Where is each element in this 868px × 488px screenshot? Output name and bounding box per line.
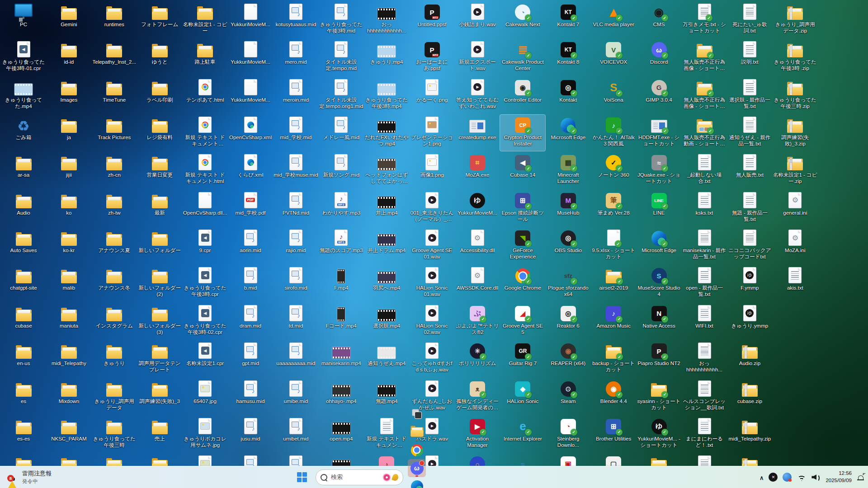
- desktop-icon[interactable]: ◀ 名称未設定1.cpr: [183, 341, 228, 377]
- desktop-icon[interactable]: ♪ PVTNd.mid: [273, 190, 318, 226]
- search-box[interactable]: 検索: [316, 469, 403, 485]
- desktop-icon[interactable]: TimeTune: [92, 77, 137, 113]
- desktop-icon[interactable]: PNT2 おーばーまにあ.ppsf: [410, 39, 455, 75]
- desktop-icon[interactable]: 路上駐車: [183, 39, 228, 75]
- desktop-icon[interactable]: ar-sa: [1, 152, 46, 188]
- desktop-icon[interactable]: 死にたい_ゅ歌詞.txt: [727, 2, 772, 38]
- desktop-icon[interactable]: ◎✓ Kontakt: [546, 77, 591, 113]
- desktop-icon[interactable]: ◢✓ Groove Agent SE 5: [500, 303, 545, 339]
- desktop-icon[interactable]: PC: [1, 2, 46, 38]
- taskbar-discord[interactable]: ω: [408, 459, 426, 477]
- desktop-icon[interactable]: 選択肢.mp4: [364, 303, 409, 339]
- desktop-icon[interactable]: GR✓ Guitar Rig 7: [500, 341, 545, 377]
- desktop-icon[interactable]: きゅうり食ってた.mp4: [1, 77, 46, 113]
- desktop-icon[interactable]: Audio.zip: [727, 341, 772, 377]
- desktop-icon[interactable]: YukkuriMovieM...: [228, 39, 273, 75]
- desktop-icon[interactable]: ◀ きゅうり食ってた午後3時.cpr: [183, 265, 228, 301]
- desktop-icon[interactable]: かるーく.png: [410, 77, 455, 113]
- desktop-icon[interactable]: きゅうり食ってた午後3時.mp4: [364, 77, 409, 113]
- desktop-icon[interactable]: 名称未設定1 - コピー.zip: [773, 152, 818, 188]
- hidden-icons-chevron[interactable]: ∧: [760, 474, 764, 481]
- desktop-icon[interactable]: chatgpt-site: [1, 265, 46, 301]
- desktop-icon[interactable]: open.mp4: [319, 416, 364, 452]
- desktop-icon[interactable]: 新しいフォルダー (3): [137, 303, 182, 339]
- desktop-icon[interactable]: ⊞✓ Epson 接続診断ツール: [500, 190, 545, 226]
- desktop-icon[interactable]: テンポあて.html: [183, 77, 228, 113]
- desktop-icon[interactable]: 羽尻へ.mp4: [364, 265, 409, 301]
- desktop-icon[interactable]: ✓ HDDFMT.exe - ショートカット: [637, 115, 682, 151]
- desktop-icon[interactable]: ♪ sirofo.mid: [273, 265, 318, 301]
- desktop-icon[interactable]: runtimes: [92, 2, 137, 38]
- desktop-icon[interactable]: cubase: [1, 303, 46, 339]
- desktop-icon[interactable]: ♪ gpt.mid: [228, 341, 273, 377]
- desktop-icon[interactable]: ♪ umibet.mid: [273, 416, 318, 452]
- desktop-icon[interactable]: ◀✓ Cubase 14: [500, 152, 545, 188]
- desktop-icon[interactable]: ♪ jusu.mid: [228, 416, 273, 452]
- desktop-icon[interactable]: zh-cn: [92, 152, 137, 188]
- desktop-icon[interactable]: ♪ mero.mid: [273, 39, 318, 75]
- desktop-icon[interactable]: ≣✓ Cakewalk Product Center: [500, 39, 545, 75]
- desktop-icon[interactable]: sfz✓ Plogue sforzando x64: [546, 265, 591, 301]
- desktop-icon[interactable]: ksks.txt: [682, 190, 727, 226]
- desktop-icon[interactable]: ♪ rajio.mid: [273, 228, 318, 264]
- desktop-icon[interactable]: ♪ td.mid: [273, 303, 318, 339]
- desktop-icon[interactable]: ja: [46, 115, 91, 151]
- desktop-icon[interactable]: 選択肢 - 親作品一覧.txt: [727, 77, 772, 113]
- desktop-icon[interactable]: ✳✓ ポリリリリズム: [455, 341, 500, 377]
- desktop-icon[interactable]: 無題.mp4: [364, 379, 409, 415]
- taskbar-edge[interactable]: [408, 477, 426, 488]
- desktop-icon[interactable]: フォトフレーム: [137, 2, 182, 38]
- desktop-icon[interactable]: Fコード.mp4: [319, 303, 364, 339]
- desktop-icon[interactable]: ニコニコバックアップコードtxt: [727, 228, 772, 264]
- desktop-icon[interactable]: ♪✓ かんたん！ AITalk 3 関西風: [591, 115, 636, 151]
- desktop-icon[interactable]: ✓✓ ノートン 360: [591, 152, 636, 188]
- desktop-icon[interactable]: Auto Saves: [1, 228, 46, 264]
- desktop-icon[interactable]: ◔✓ Cakewalk Next: [500, 2, 545, 38]
- desktop-icon[interactable]: KT✓ Kontakt 7: [546, 2, 591, 38]
- desktop-icon[interactable]: Audio: [1, 190, 46, 226]
- desktop-icon[interactable]: おっhhhhhhhhhhhh...: [364, 2, 409, 38]
- desktop-icon[interactable]: ▶ HALion Sonic 02.wav: [410, 303, 455, 339]
- desktop-icon[interactable]: ✓ 無人販売不正行為画像 - ショートカット: [682, 77, 727, 113]
- desktop-icon[interactable]: M✓ MuseHub: [546, 190, 591, 226]
- desktop-icon[interactable]: ◀ きゅうり食ってた午後3時-01.cpr: [1, 39, 46, 75]
- desktop-icon[interactable]: midi_Telepathy.zip: [727, 416, 772, 452]
- desktop-icon[interactable]: ▶✓ Activation Manager: [455, 416, 500, 452]
- desktop-icon[interactable]: ヘルスコンプレッション__歌詞.txt: [682, 379, 727, 415]
- desktop-icon[interactable]: 無人販売.txt: [727, 152, 772, 188]
- desktop-icon[interactable]: ᴥ✓ 孤独なインディーゲーム開発者の一生 ...: [455, 379, 500, 415]
- desktop-icon[interactable]: en-us: [1, 341, 46, 377]
- tray-app-x-icon[interactable]: ✕: [769, 473, 778, 482]
- desktop-icon[interactable]: ko: [46, 190, 91, 226]
- desktop-icon[interactable]: ♪ meroin.mid: [273, 77, 318, 113]
- desktop-icon[interactable]: es-es: [1, 416, 46, 452]
- desktop-icon[interactable]: 通知うぜえ - 親作品一覧.txt: [727, 115, 772, 151]
- desktop-icon[interactable]: PNT✓ Piapro Studio NT2: [637, 341, 682, 377]
- desktop-icon[interactable]: ko-kr: [46, 228, 91, 264]
- desktop-icon[interactable]: ✓ backup - ショートカット: [591, 341, 636, 377]
- desktop-icon[interactable]: jijii: [46, 152, 91, 188]
- desktop-icon[interactable]: きゅうり食ってた午後三時.zip: [773, 77, 818, 113]
- wifi-icon[interactable]: [797, 474, 807, 481]
- desktop-icon[interactable]: WIFI.txt: [682, 303, 727, 339]
- desktop-icon[interactable]: OpenCvSharp.dll...: [183, 190, 228, 226]
- desktop-icon[interactable]: ラベル印刷: [137, 77, 182, 113]
- desktop-icon[interactable]: ✓ 無人販売不正行為動画 - ショートカット: [682, 115, 727, 151]
- desktop-icon[interactable]: ♪ 新規ソング.mid: [319, 152, 364, 188]
- desktop-icon[interactable]: ♪ メドレー風.mid: [319, 115, 364, 151]
- desktop-icon[interactable]: ▶ Groove Agent SE 01.wav: [410, 228, 455, 264]
- desktop-icon[interactable]: ◎✓ Reaktor 6: [546, 303, 591, 339]
- desktop-icon[interactable]: ◥✓ GeForce Experience: [500, 228, 545, 264]
- desktop-icon[interactable]: 調声練習(失敗)_3.zip: [773, 115, 818, 151]
- desktop-icon[interactable]: YukkuriMovieM...: [228, 77, 273, 113]
- desktop-icon[interactable]: きゅうり.mp4: [364, 39, 409, 75]
- desktop-icon[interactable]: 井上ドラム.mp4: [364, 228, 409, 264]
- desktop-icon[interactable]: CP✓ Crypton Product Installer: [500, 115, 545, 151]
- desktop-icon[interactable]: ⚙ AWSSDK.Core.dll: [455, 265, 500, 301]
- desktop-icon[interactable]: N✓ Native Access: [637, 303, 682, 339]
- desktop-icon[interactable]: ♪ mid_学校muse.mid: [273, 152, 318, 188]
- desktop-icon[interactable]: アナウンス冬: [92, 265, 137, 301]
- desktop-icon[interactable]: ✓ syasinn - ショートカット: [637, 379, 682, 415]
- desktop-icon[interactable]: レジ袋有料: [137, 115, 182, 151]
- desktop-icon[interactable]: まにまにわーるど！.txt: [682, 416, 727, 452]
